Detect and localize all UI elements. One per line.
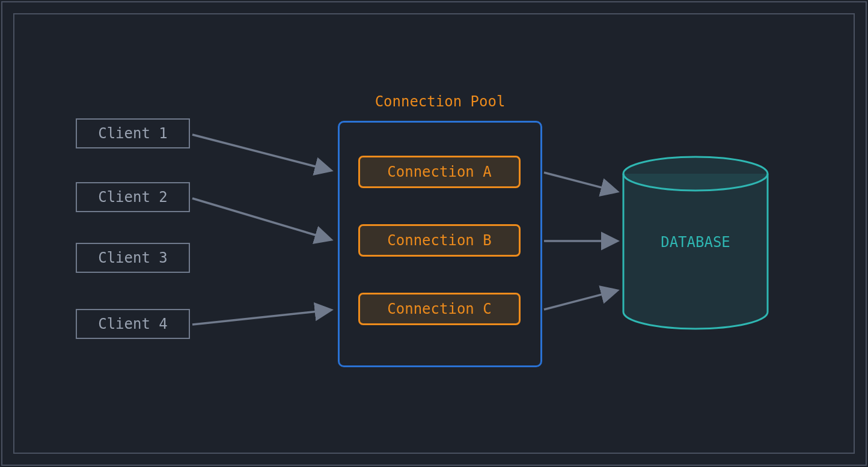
client-3-box: Client 3 xyxy=(76,243,190,273)
connection-c-label: Connection C xyxy=(387,301,491,317)
client-1-label: Client 1 xyxy=(98,125,168,142)
database-label: DATABASE xyxy=(620,234,771,251)
client-4-label: Client 4 xyxy=(98,316,168,332)
connection-b-label: Connection B xyxy=(387,232,491,249)
pool-title: Connection Pool xyxy=(338,93,542,110)
connection-a-label: Connection A xyxy=(387,163,491,180)
client-2-box: Client 2 xyxy=(76,182,190,212)
client-1-box: Client 1 xyxy=(76,118,190,148)
client-2-label: Client 2 xyxy=(98,189,168,206)
connection-a-box: Connection A xyxy=(358,156,521,188)
connection-c-box: Connection C xyxy=(358,293,521,325)
client-3-label: Client 3 xyxy=(98,249,168,266)
connection-b-box: Connection B xyxy=(358,224,521,257)
client-4-box: Client 4 xyxy=(76,309,190,339)
